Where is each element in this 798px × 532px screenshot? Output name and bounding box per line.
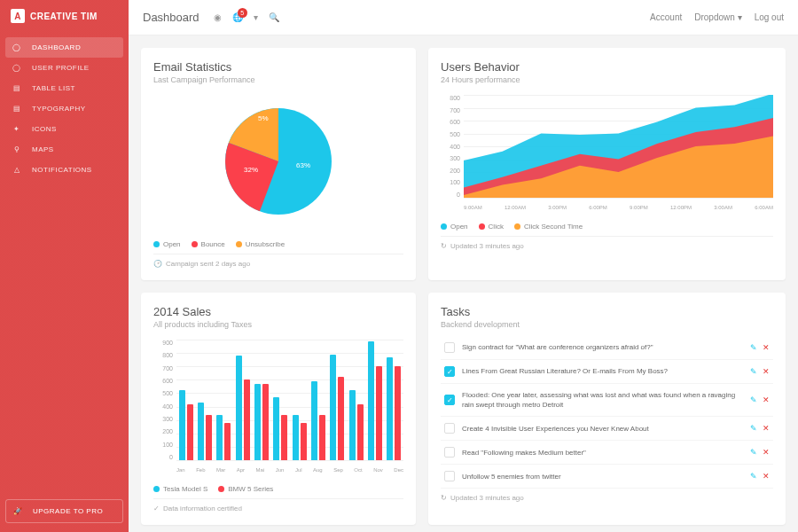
delete-icon[interactable]: ✕ bbox=[763, 472, 770, 481]
task-checkbox[interactable] bbox=[444, 423, 455, 434]
task-row: ✓ Lines From Great Russian Literature? O… bbox=[441, 360, 773, 384]
bar bbox=[273, 397, 279, 460]
task-checkbox[interactable]: ✓ bbox=[444, 395, 455, 405]
sidebar-item-label: USER PROFILE bbox=[32, 64, 90, 72]
legend-dot-icon bbox=[514, 223, 520, 230]
legend-item: BMW 5 Series bbox=[218, 485, 273, 493]
task-text: Sign contract for "What are conference o… bbox=[462, 342, 743, 352]
bar bbox=[376, 366, 382, 460]
delete-icon[interactable]: ✕ bbox=[763, 395, 770, 404]
search-icon[interactable]: 🔍 bbox=[269, 12, 279, 22]
sidebar-item-maps[interactable]: ⚲MAPS bbox=[0, 139, 129, 160]
sidebar-item-label: MAPS bbox=[32, 145, 54, 153]
bar bbox=[236, 356, 242, 460]
bar-group bbox=[236, 356, 250, 460]
icons-icon: ✦ bbox=[11, 125, 23, 133]
edit-icon[interactable]: ✎ bbox=[750, 343, 757, 352]
legend-item: Open bbox=[153, 240, 181, 248]
bar-group bbox=[368, 341, 382, 460]
account-link[interactable]: Account bbox=[650, 12, 682, 22]
sidebar-item-dashboard[interactable]: ◯DASHBOARD bbox=[5, 37, 123, 58]
email-stats-card: Email Statistics Last Campaign Performan… bbox=[141, 48, 416, 280]
bar bbox=[395, 366, 401, 460]
sidebar-item-table-list[interactable]: ▤TABLE LIST bbox=[0, 78, 129, 98]
dashboard-topbar-icon[interactable]: ◉ bbox=[214, 12, 222, 22]
logout-link[interactable]: Log out bbox=[755, 12, 784, 22]
card-title: Users Behavior bbox=[441, 60, 773, 74]
legend-dot-icon bbox=[153, 486, 160, 492]
clock-icon: 🕑 bbox=[153, 260, 162, 268]
edit-icon[interactable]: ✎ bbox=[750, 424, 757, 433]
behavior-card: Users Behavior 24 Hours performance 8007… bbox=[428, 48, 786, 280]
task-row: Sign contract for "What are conference o… bbox=[441, 336, 773, 360]
sidebar-item-label: ICONS bbox=[32, 125, 57, 133]
bar bbox=[206, 415, 212, 460]
delete-icon[interactable]: ✕ bbox=[763, 367, 770, 376]
edit-icon[interactable]: ✎ bbox=[750, 367, 757, 376]
bar bbox=[216, 415, 223, 460]
page-title: Dashboard bbox=[143, 11, 200, 24]
task-text: Unfollow 5 enemies from twitter bbox=[462, 472, 743, 481]
edit-icon[interactable]: ✎ bbox=[750, 448, 757, 457]
sidebar-item-notifications[interactable]: △NOTIFICATIONS bbox=[0, 160, 129, 180]
bar bbox=[254, 384, 261, 460]
sidebar-nav: ◯DASHBOARD◯USER PROFILE▤TABLE LIST▤TYPOG… bbox=[0, 32, 129, 499]
sidebar-item-icons[interactable]: ✦ICONS bbox=[0, 119, 129, 139]
sidebar-item-label: NOTIFICATIONS bbox=[32, 166, 92, 174]
task-row: Create 4 Invisible User Experiences you … bbox=[441, 417, 773, 441]
sidebar-item-label: TYPOGRAPHY bbox=[32, 105, 86, 113]
legend-item: Unsubscribe bbox=[236, 240, 285, 248]
notifications-icon[interactable]: 🌐5 bbox=[232, 12, 243, 22]
card-title: Email Statistics bbox=[153, 60, 403, 74]
task-checkbox[interactable]: ✓ bbox=[444, 366, 455, 377]
sales-bar-chart: 9008007006005004003002001000JanFebMarApr… bbox=[153, 340, 403, 473]
task-checkbox[interactable] bbox=[444, 342, 455, 353]
table-icon: ▤ bbox=[11, 84, 23, 92]
bar bbox=[301, 423, 307, 460]
card-subtitle: 24 Hours performance bbox=[441, 75, 773, 84]
bar bbox=[330, 355, 336, 460]
legend-item: Click bbox=[479, 223, 504, 231]
task-checkbox[interactable] bbox=[444, 471, 455, 481]
task-text: Create 4 Invisible User Experiences you … bbox=[462, 424, 743, 434]
card-title: Tasks bbox=[441, 305, 773, 318]
bar-group bbox=[216, 415, 231, 460]
brand-logo-icon: A bbox=[11, 9, 25, 23]
legend-item: Click Second Time bbox=[514, 223, 583, 231]
bar bbox=[319, 415, 325, 460]
sidebar-item-label: DASHBOARD bbox=[32, 43, 81, 51]
edit-icon[interactable]: ✎ bbox=[750, 472, 757, 481]
bar-group bbox=[349, 390, 364, 460]
task-row: ✓ Flooded: One year later, assessing wha… bbox=[441, 384, 773, 417]
upgrade-button[interactable]: 🚀 UPGRADE TO PRO bbox=[5, 499, 123, 523]
bar bbox=[179, 390, 185, 460]
bar-group bbox=[387, 357, 401, 460]
sidebar-item-label: TABLE LIST bbox=[32, 84, 75, 92]
refresh-icon: ↻ bbox=[441, 494, 447, 502]
notif-badge: 5 bbox=[238, 8, 247, 18]
legend-dot-icon bbox=[218, 486, 224, 492]
task-row: Read "Following makes Medium better" ✎✕ bbox=[441, 441, 773, 465]
delete-icon[interactable]: ✕ bbox=[763, 448, 770, 457]
sidebar: A CREATIVE TIM ◯DASHBOARD◯USER PROFILE▤T… bbox=[0, 0, 129, 532]
dropdown-link[interactable]: Dropdown ▾ bbox=[694, 12, 741, 22]
bar-group bbox=[198, 403, 212, 460]
sidebar-item-user-profile[interactable]: ◯USER PROFILE bbox=[0, 58, 129, 78]
tasks-card: Tasks Backend development Sign contract … bbox=[428, 293, 786, 525]
brand-name: CREATIVE TIM bbox=[30, 12, 98, 21]
brand[interactable]: A CREATIVE TIM bbox=[0, 0, 129, 32]
delete-icon[interactable]: ✕ bbox=[763, 343, 770, 352]
bar bbox=[224, 423, 231, 460]
bar bbox=[198, 403, 204, 460]
task-text: Lines From Great Russian Literature? Or … bbox=[462, 366, 743, 376]
bar-group bbox=[311, 381, 325, 460]
typography-icon: ▤ bbox=[11, 105, 23, 113]
sidebar-item-typography[interactable]: ▤TYPOGRAPHY bbox=[0, 98, 129, 119]
sales-card: 2014 Sales All products including Taxes … bbox=[141, 293, 416, 525]
bar bbox=[357, 404, 364, 460]
dashboard-icon: ◯ bbox=[11, 43, 23, 51]
delete-icon[interactable]: ✕ bbox=[763, 424, 770, 433]
dropdown-caret-icon[interactable]: ▾ bbox=[254, 12, 258, 22]
task-checkbox[interactable] bbox=[444, 447, 455, 458]
edit-icon[interactable]: ✎ bbox=[750, 395, 757, 404]
